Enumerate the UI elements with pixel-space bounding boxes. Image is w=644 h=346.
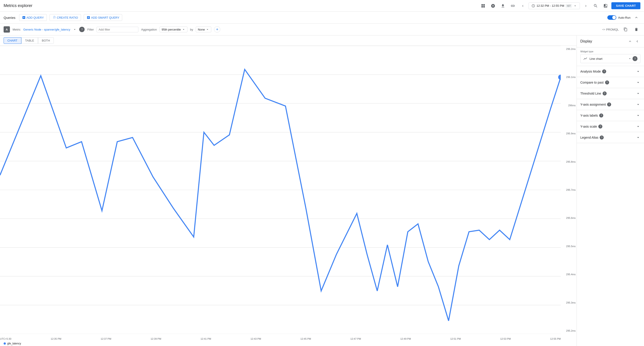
collapse-queries-btn[interactable]	[632, 13, 640, 21]
next-time-btn[interactable]: ›	[582, 2, 590, 10]
section-help-4[interactable]: ?	[599, 113, 603, 118]
queries-bar: Queries ADD QUERY CREATE RATIO ADD SMART…	[0, 12, 644, 23]
create-ratio-label: CREATE RATIO	[57, 16, 78, 19]
create-ratio-button[interactable]: CREATE RATIO	[50, 14, 81, 21]
auto-run-label: Auto-Run	[618, 16, 630, 19]
add-query-button[interactable]: ADD QUERY	[19, 14, 47, 21]
main-content: CHART TABLE BOTH 296.2ms 296.1ms 296ms 2…	[0, 35, 644, 346]
download-icon-btn[interactable]	[499, 2, 507, 10]
y-label-0: 296.2ms	[562, 48, 576, 50]
section-chevron-1	[636, 80, 640, 85]
section-chevron-0	[636, 69, 640, 74]
metric-label: Metric	[12, 28, 20, 31]
filter-label: Filter	[87, 28, 94, 31]
section-label-4: Y-axis labels ?	[580, 113, 603, 118]
section-chevron-5	[636, 124, 640, 129]
query-badge: A	[4, 26, 10, 32]
metric-help-btn[interactable]: ?	[79, 27, 84, 32]
y-label-8: 295.4ms	[562, 273, 576, 276]
metric-dropdown-icon[interactable]	[73, 28, 76, 31]
topbar: Metrics explorer ‹ 12:32 PM - 12:55 PM I…	[0, 0, 644, 12]
search-btn[interactable]	[592, 2, 600, 10]
query-row-a: A Metric Generic Node - spanner/gfe_late…	[0, 23, 644, 35]
x-label-10: 12:53 PM	[500, 338, 511, 340]
x-label-1: 12:35 PM	[51, 338, 61, 340]
x-label-4: 12:41 PM	[200, 338, 211, 340]
filter-input[interactable]	[98, 28, 136, 31]
by-select[interactable]: None	[196, 26, 211, 32]
add-smart-query-button[interactable]: ADD SMART QUERY	[84, 14, 122, 21]
section-label-5: Y-axis scale ?	[580, 125, 602, 129]
svg-rect-3	[483, 6, 485, 7]
filter-area[interactable]	[96, 27, 138, 32]
timezone-badge: IST	[566, 4, 572, 8]
by-label: by	[190, 28, 193, 31]
auto-run-area: Auto-Run	[607, 13, 640, 21]
aggregation-select[interactable]: 95th percentile	[160, 26, 187, 32]
section-help-6[interactable]: ?	[600, 136, 604, 140]
widget-type-section: Widget type Line chart ?	[577, 47, 644, 66]
queries-label: Queries	[4, 16, 16, 19]
by-value: None	[198, 28, 205, 31]
add-filter-btn[interactable]: +	[214, 26, 220, 32]
section-help-5[interactable]: ?	[598, 125, 602, 129]
add-smart-query-label: ADD SMART QUERY	[91, 16, 120, 19]
section-help-2[interactable]: ?	[602, 91, 607, 95]
widget-type-select[interactable]: Line chart ?	[580, 54, 640, 63]
section-label-0: Analysis Mode ?	[580, 69, 606, 73]
tab-table[interactable]: TABLE	[22, 37, 38, 44]
legend-label: gfe_latency	[7, 342, 21, 345]
section-row-6[interactable]: Legend Alias ?	[577, 132, 644, 143]
x-label-9: 12:51 PM	[450, 338, 461, 340]
x-axis: UTC+5:30 12:35 PM 12:37 PM 12:39 PM 12:4…	[0, 337, 561, 341]
y-label-2: 296ms	[562, 104, 576, 107]
auto-run-toggle[interactable]	[607, 15, 616, 20]
chart-container: 296.2ms 296.1ms 296ms 295.9ms 295.8ms 29…	[0, 46, 576, 341]
section-chevron-6	[636, 135, 640, 140]
save-chart-button[interactable]: SAVE CHART	[611, 2, 640, 9]
time-range-display: 12:32 PM - 12:55 PM	[536, 4, 564, 7]
widget-type-dropdown-icon	[628, 57, 632, 60]
section-row-5[interactable]: Y-axis scale ?	[577, 121, 644, 132]
section-label-1: Compare to past ?	[580, 80, 609, 84]
copy-query-btn[interactable]	[622, 25, 630, 33]
chart-endpoint-dot	[558, 75, 561, 80]
sections-container: Analysis Mode ? Compare to past ? Thresh…	[577, 66, 644, 143]
section-label-3: Y-axis assignment ?	[580, 102, 611, 107]
x-label-5: 12:43 PM	[250, 338, 261, 340]
tab-both[interactable]: BOTH	[38, 37, 54, 44]
y-label-6: 295.6ms	[562, 217, 576, 219]
widget-type-help-btn[interactable]: ?	[632, 56, 638, 61]
section-row-0[interactable]: Analysis Mode ?	[577, 66, 644, 77]
x-label-3: 12:39 PM	[150, 338, 161, 340]
section-chevron-4	[636, 113, 640, 118]
display-collapse-panel-btn[interactable]	[634, 38, 640, 44]
y-label-4: 295.8ms	[562, 161, 576, 163]
x-label-11: 12:55 PM	[550, 338, 561, 340]
delete-query-btn[interactable]	[632, 25, 640, 33]
time-range-selector[interactable]: 12:32 PM - 12:55 PM IST	[528, 2, 580, 9]
section-label-2: Threshold Line ?	[580, 91, 607, 95]
y-label-7: 295.5ms	[562, 245, 576, 248]
link-icon-btn[interactable]	[509, 2, 517, 10]
display-expand-btn[interactable]	[627, 38, 633, 44]
promql-btn[interactable]: <> PROMQL	[602, 28, 619, 31]
section-row-4[interactable]: Y-axis labels ?	[577, 110, 644, 121]
section-row-1[interactable]: Compare to past ?	[577, 77, 644, 88]
section-help-0[interactable]: ?	[602, 69, 606, 73]
add-dashboard-icon-btn[interactable]	[489, 2, 497, 10]
prev-time-btn[interactable]: ‹	[519, 2, 527, 10]
tab-chart[interactable]: CHART	[4, 37, 22, 44]
section-help-1[interactable]: ?	[605, 80, 609, 84]
x-label-0: UTC+5:30	[0, 338, 11, 340]
metric-value[interactable]: Generic Node - spanner/gfe_latency	[23, 28, 70, 31]
compare-btn[interactable]	[602, 2, 610, 10]
section-help-3[interactable]: ?	[607, 102, 611, 107]
app-title: Metrics explorer	[4, 3, 32, 8]
section-row-3[interactable]: Y-axis assignment ?	[577, 99, 644, 110]
dashboard-icon-btn[interactable]	[479, 2, 487, 10]
line-chart-svg	[0, 46, 561, 334]
promql-label: PROMQL	[606, 28, 619, 31]
section-chevron-2	[636, 91, 640, 96]
section-row-2[interactable]: Threshold Line ?	[577, 88, 644, 99]
